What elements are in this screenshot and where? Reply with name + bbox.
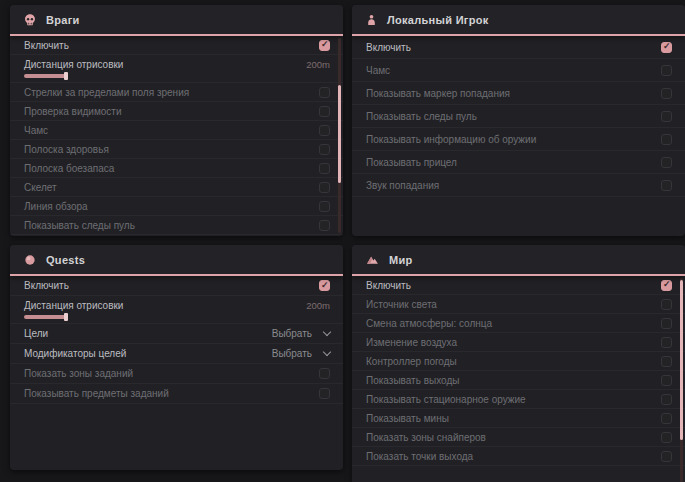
slider-value: 200m	[306, 59, 330, 70]
checkbox[interactable]	[661, 432, 672, 443]
panel-quests-header: Quests	[10, 245, 343, 276]
setting-row: Показывать мины	[352, 409, 685, 428]
setting-label: Звук попадания	[366, 180, 439, 191]
checkbox[interactable]	[319, 144, 330, 155]
dropdown-row: ЦелиВыбрать	[10, 324, 343, 344]
checkbox[interactable]	[661, 88, 672, 99]
setting-row: Включить	[10, 276, 343, 296]
setting-label: Смена атмосферы: солнца	[366, 318, 492, 329]
setting-label: Изменение воздуха	[366, 337, 457, 348]
distance-slider[interactable]	[24, 315, 330, 319]
panel-enemies-header: Враги	[10, 5, 343, 36]
setting-label: Проверка видимости	[24, 106, 122, 117]
setting-label: Показывать стационарное оружие	[366, 394, 526, 405]
setting-label: Цели	[24, 328, 48, 339]
checkbox[interactable]	[661, 318, 672, 329]
setting-label: Линия обзора	[24, 201, 88, 212]
checkbox[interactable]	[319, 163, 330, 174]
setting-row: Чамс	[352, 59, 685, 82]
setting-label: Показывать мины	[366, 413, 449, 424]
checkbox[interactable]	[661, 394, 672, 405]
checkbox-checked[interactable]	[319, 40, 330, 51]
checkbox[interactable]	[661, 134, 672, 145]
scrollbar-track	[338, 38, 341, 233]
checkbox-checked[interactable]	[661, 42, 672, 53]
setting-row: Изменение воздуха	[352, 333, 685, 352]
panel-world-header: Мир	[352, 245, 685, 276]
checkbox-checked[interactable]	[661, 280, 672, 291]
panel-world: Мир ВключитьИсточник светаСмена атмосфер…	[352, 245, 685, 482]
checkbox[interactable]	[661, 157, 672, 168]
panel-local-player: Локальный Игрок ВключитьЧамсПоказывать м…	[352, 5, 685, 236]
panel-title: Локальный Игрок	[387, 14, 489, 26]
setting-label: Чамс	[366, 65, 390, 76]
panel-title: Мир	[389, 254, 413, 266]
panel-enemies: Враги ВключитьДистанция отрисовки200mСтр…	[10, 5, 343, 236]
checkbox[interactable]	[661, 375, 672, 386]
setting-label: Показывать следы пуль	[24, 220, 135, 231]
checkbox[interactable]	[661, 180, 672, 191]
setting-label: Показывать предметы заданий	[24, 388, 169, 399]
checkbox[interactable]	[319, 125, 330, 136]
setting-label: Показывать прицел	[366, 157, 457, 168]
setting-row: Линия обзора	[10, 197, 343, 216]
checkbox[interactable]	[319, 106, 330, 117]
panel-quests: Quests ВключитьДистанция отрисовки200mЦе…	[10, 245, 343, 470]
dropdown-select[interactable]: Выбрать	[272, 348, 330, 359]
distance-slider[interactable]	[24, 74, 330, 78]
setting-row: Источник света	[352, 295, 685, 314]
setting-row: Смена атмосферы: солнца	[352, 314, 685, 333]
mountain-icon	[365, 253, 380, 266]
slider-value: 200m	[306, 300, 330, 311]
slider-label-line: Дистанция отрисовки200m	[24, 59, 330, 70]
checkbox-checked[interactable]	[319, 280, 330, 291]
checkbox[interactable]	[661, 356, 672, 367]
checkbox[interactable]	[319, 388, 330, 399]
setting-label: Источник света	[366, 299, 437, 310]
setting-label: Показывать маркер попадания	[366, 88, 510, 99]
setting-label: Показывать выходы	[366, 375, 459, 386]
checkbox[interactable]	[661, 111, 672, 122]
setting-label: Полоска боезапаса	[24, 163, 114, 174]
setting-label: Контроллер погоды	[366, 356, 457, 367]
checkbox[interactable]	[661, 451, 672, 462]
settings-list: ВключитьДистанция отрисовки200mЦелиВыбра…	[10, 276, 343, 404]
slider-fill	[24, 74, 66, 78]
slider-handle[interactable]	[64, 313, 68, 321]
setting-label: Стрелки за пределами поля зрения	[24, 87, 189, 98]
setting-row: Скелет	[10, 178, 343, 197]
checkbox[interactable]	[661, 337, 672, 348]
checkbox[interactable]	[319, 220, 330, 231]
checkbox[interactable]	[319, 368, 330, 379]
dropdown-select[interactable]: Выбрать	[272, 328, 330, 339]
setting-row: Контроллер погоды	[352, 352, 685, 371]
dropdown-value: Выбрать	[272, 348, 312, 359]
slider-row: Дистанция отрисовки200m	[10, 55, 343, 83]
checkbox[interactable]	[661, 65, 672, 76]
slider-handle[interactable]	[64, 72, 68, 80]
settings-list: ВключитьДистанция отрисовки200mСтрелки з…	[10, 36, 343, 235]
setting-row: Показать зоны заданий	[10, 364, 343, 384]
setting-row: Включить	[352, 36, 685, 59]
checkbox[interactable]	[319, 87, 330, 98]
setting-row: Показывать следы пуль	[352, 105, 685, 128]
dropdown-row: Модификаторы целейВыбрать	[10, 344, 343, 364]
setting-row: Включить	[10, 36, 343, 55]
setting-label: Полоска здоровья	[24, 144, 109, 155]
checkbox[interactable]	[661, 413, 672, 424]
checkbox[interactable]	[319, 201, 330, 212]
checkbox[interactable]	[319, 182, 330, 193]
checkbox[interactable]	[661, 299, 672, 310]
scrollbar-thumb[interactable]	[680, 280, 683, 440]
setting-label: Дистанция отрисовки	[24, 59, 123, 70]
settings-list: ВключитьЧамсПоказывать маркер попаданияП…	[352, 36, 685, 197]
scrollbar-thumb[interactable]	[338, 85, 341, 183]
setting-row: Показать точки выхода	[352, 447, 685, 466]
setting-label: Показывать информацию об оружии	[366, 134, 536, 145]
setting-row: Показывать информацию об оружии	[352, 128, 685, 151]
setting-row: Чамс	[10, 121, 343, 140]
panel-local-player-header: Локальный Игрок	[352, 5, 685, 36]
setting-label: Показать зоны снайперов	[366, 432, 486, 443]
setting-label: Включить	[366, 42, 411, 53]
setting-row: Стрелки за пределами поля зрения	[10, 83, 343, 102]
